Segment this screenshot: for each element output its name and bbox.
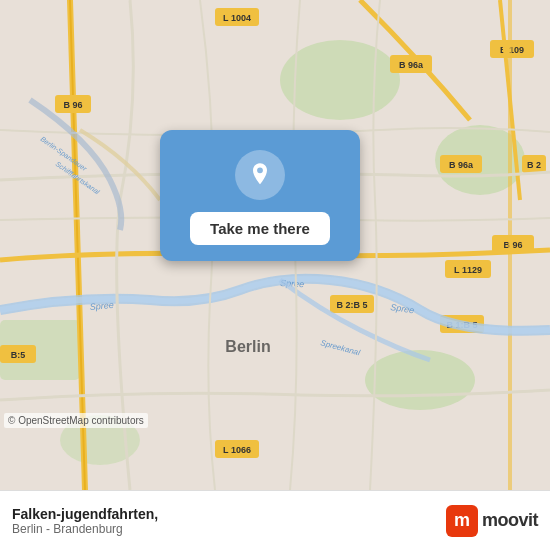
moovit-text: moovit: [482, 510, 538, 531]
location-pin-icon: [246, 161, 274, 189]
svg-text:L 1004: L 1004: [223, 13, 251, 23]
moovit-logo[interactable]: m moovit: [446, 505, 538, 537]
svg-text:B 2: B 2: [527, 160, 541, 170]
bottom-bar: Falken-jugendfahrten, Berlin - Brandenbu…: [0, 490, 550, 550]
svg-text:B 96a: B 96a: [399, 60, 424, 70]
svg-text:B 2:B 5: B 2:B 5: [336, 300, 367, 310]
svg-text:L 1066: L 1066: [223, 445, 251, 455]
location-card[interactable]: Take me there: [160, 130, 360, 261]
svg-text:B:5: B:5: [11, 350, 26, 360]
svg-point-1: [280, 40, 400, 120]
osm-attribution: © OpenStreetMap contributors: [4, 413, 148, 428]
location-name: Falken-jugendfahrten,: [12, 506, 158, 522]
svg-text:B 96: B 96: [63, 100, 82, 110]
take-me-there-button[interactable]: Take me there: [190, 212, 330, 245]
location-info: Falken-jugendfahrten, Berlin - Brandenbu…: [12, 506, 158, 536]
svg-text:B 96a: B 96a: [449, 160, 474, 170]
svg-text:B 96: B 96: [503, 240, 522, 250]
location-region: Berlin - Brandenburg: [12, 522, 158, 536]
moovit-m-icon: m: [446, 505, 478, 537]
svg-text:Berlin: Berlin: [225, 338, 270, 355]
map-container: B 96 B 96a B 96a B 109 B 2 B 96 L 1004 B…: [0, 0, 550, 490]
svg-text:Spree: Spree: [89, 300, 114, 312]
svg-text:L 1129: L 1129: [454, 265, 482, 275]
pin-icon-container: [235, 150, 285, 200]
